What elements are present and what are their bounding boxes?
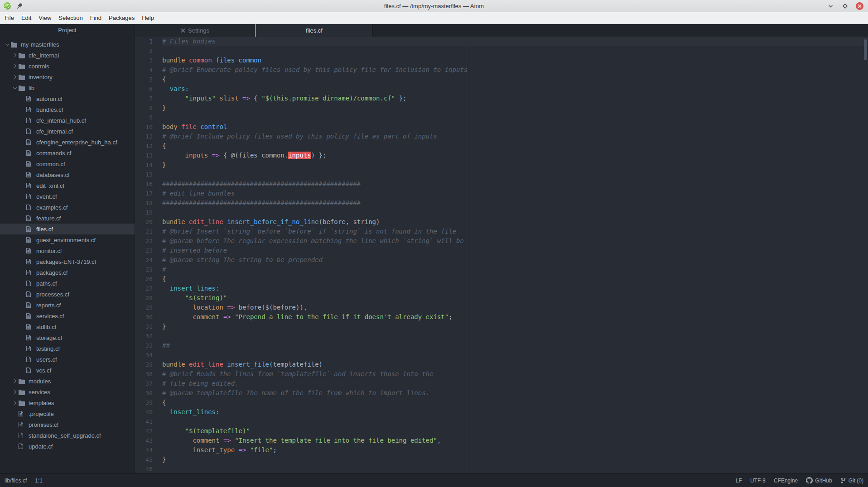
menu-file[interactable]: File <box>1 12 18 24</box>
tree-file-services-cf[interactable]: services.cf <box>0 310 135 321</box>
menu-selection[interactable]: Selection <box>55 12 86 24</box>
tree-file-edit-xml-cf[interactable]: edit_xml.cf <box>0 180 135 191</box>
code-line-23[interactable]: 23# inserted before <box>135 246 868 255</box>
code-line-33[interactable]: 33## <box>135 341 868 350</box>
chevron-right-icon[interactable] <box>11 391 18 393</box>
tab-settings[interactable]: Settings <box>135 24 255 37</box>
code-line-31[interactable]: 31} <box>135 322 868 331</box>
code-line-27[interactable]: 27 insert_lines: <box>135 284 868 293</box>
code-line-14[interactable]: 14} <box>135 160 868 170</box>
maximize-button[interactable] <box>841 2 849 10</box>
code-line-34[interactable]: 34 <box>135 350 868 360</box>
code-line-26[interactable]: 26{ <box>135 274 868 284</box>
code-area[interactable]: 1# Files bodies23bundle common files_com… <box>135 37 868 473</box>
tree-file-databases-cf[interactable]: databases.cf <box>0 169 135 180</box>
status-encoding[interactable]: UTF-8 <box>750 477 766 484</box>
tree-file-paths-cf[interactable]: paths.cf <box>0 278 135 289</box>
code-line-2[interactable]: 2 <box>135 46 868 56</box>
tree-folder-lib[interactable]: lib <box>0 82 135 93</box>
code-line-42[interactable]: 42 "$(templatefile)" <box>135 426 868 436</box>
chevron-right-icon[interactable] <box>11 65 18 67</box>
code-line-11[interactable]: 11# @brief Include policy files used by … <box>135 132 868 141</box>
tree-file-feature-cf[interactable]: feature.cf <box>0 213 135 224</box>
code-line-32[interactable]: 32 <box>135 331 868 341</box>
scrollbar-thumb[interactable] <box>864 39 867 60</box>
code-line-28[interactable]: 28 "$(string)" <box>135 293 868 303</box>
code-line-46[interactable]: 46 <box>135 464 868 473</box>
tree-file-autorun-cf[interactable]: autorun.cf <box>0 93 135 104</box>
tree-file-files-cf[interactable]: files.cf <box>0 224 135 234</box>
chevron-right-icon[interactable] <box>11 380 18 382</box>
tree-file-cfengine-enterprise-hub-ha-cf[interactable]: cfengine_enterprise_hub_ha.cf <box>0 137 135 148</box>
code-line-20[interactable]: 20bundle edit_line insert_before_if_no_l… <box>135 217 868 227</box>
tree-file-cfe-internal-cf[interactable]: cfe_internal.cf <box>0 126 135 137</box>
code-line-10[interactable]: 10body file control <box>135 122 868 132</box>
tree-folder-templates[interactable]: templates <box>0 397 135 408</box>
tree-file-storage-cf[interactable]: storage.cf <box>0 332 135 343</box>
tree-file-commands-cf[interactable]: commands.cf <box>0 148 135 158</box>
code-line-37[interactable]: 37# file being edited. <box>135 379 868 388</box>
minimize-button[interactable] <box>827 2 834 10</box>
code-line-6[interactable]: 6 vars: <box>135 84 868 94</box>
chevron-down-icon[interactable] <box>11 87 18 89</box>
code-line-17[interactable]: 17# edit_line bundles <box>135 189 868 198</box>
tree-file-standalone-self-upgrade-cf[interactable]: standalone_self_upgrade.cf <box>0 430 135 441</box>
tree-file-packages-cf[interactable]: packages.cf <box>0 267 135 278</box>
code-line-7[interactable]: 7 "inputs" slist => { "$(this.promise_di… <box>135 94 868 103</box>
tree-folder-inventory[interactable]: inventory <box>0 72 135 82</box>
tree-file-bundles-cf[interactable]: bundles.cf <box>0 104 135 115</box>
tree-file-cfe-internal-hub-cf[interactable]: cfe_internal_hub.cf <box>0 115 135 126</box>
code-line-18[interactable]: 18######################################… <box>135 198 868 208</box>
tree-folder-controls[interactable]: controls <box>0 61 135 72</box>
menu-help[interactable]: Help <box>138 12 158 24</box>
code-line-44[interactable]: 44 insert_type => "file"; <box>135 445 868 455</box>
status-github[interactable]: GitHub <box>806 477 832 484</box>
tree-file-common-cf[interactable]: common.cf <box>0 158 135 169</box>
tree-file-users-cf[interactable]: users.cf <box>0 354 135 365</box>
tree-file-stdlib-cf[interactable]: stdlib.cf <box>0 321 135 332</box>
tree-folder-my-masterfiles[interactable]: my-masterfiles <box>0 39 135 50</box>
code-line-29[interactable]: 29 location => before($(before)), <box>135 303 868 312</box>
code-line-4[interactable]: 4# @brief Enumerate policy files used by… <box>135 65 868 75</box>
code-line-5[interactable]: 5{ <box>135 75 868 84</box>
tree-file-monitor-cf[interactable]: monitor.cf <box>0 245 135 256</box>
code-line-35[interactable]: 35bundle edit_line insert_file(templatef… <box>135 360 868 369</box>
status-line-ending[interactable]: LF <box>736 477 742 484</box>
chevron-down-icon[interactable] <box>4 44 10 45</box>
code-line-16[interactable]: 16######################################… <box>135 179 868 189</box>
tree-file-vcs-cf[interactable]: vcs.cf <box>0 365 135 376</box>
tree-file-update-cf[interactable]: update.cf <box>0 441 135 452</box>
tree-file-reports-cf[interactable]: reports.cf <box>0 300 135 310</box>
code-line-22[interactable]: 22# @param before The regular expression… <box>135 236 868 246</box>
status-file-path[interactable]: lib/files.cf <box>5 477 27 484</box>
status-grammar[interactable]: CFEngine <box>774 477 798 484</box>
code-line-36[interactable]: 36# @brief Reads the lines from `templat… <box>135 369 868 379</box>
code-line-25[interactable]: 25# <box>135 265 868 274</box>
code-line-45[interactable]: 45} <box>135 455 868 464</box>
tab-files-cf[interactable]: files.cf <box>255 24 373 37</box>
tree-file-packages-ENT-3719-cf[interactable]: packages-ENT-3719.cf <box>0 256 135 267</box>
editor[interactable]: 1# Files bodies23bundle common files_com… <box>135 37 868 473</box>
code-line-19[interactable]: 19 <box>135 208 868 217</box>
tree-file--projectile[interactable]: .projectile <box>0 408 135 419</box>
code-line-21[interactable]: 21# @brief Insert `string` before `befor… <box>135 227 868 236</box>
pin-icon[interactable] <box>15 1 24 10</box>
code-line-30[interactable]: 30 comment => "Prepend a line to the fil… <box>135 312 868 322</box>
code-line-12[interactable]: 12{ <box>135 141 868 151</box>
tree-file-event-cf[interactable]: event.cf <box>0 191 135 202</box>
chevron-right-icon[interactable] <box>11 54 18 57</box>
code-line-15[interactable]: 15 <box>135 170 868 179</box>
code-line-38[interactable]: 38# @param templatefile The name of the … <box>135 388 868 398</box>
menu-edit[interactable]: Edit <box>18 12 35 24</box>
code-line-9[interactable]: 9 <box>135 113 868 122</box>
tree-folder-cfe-internal[interactable]: cfe_internal <box>0 50 135 61</box>
code-line-40[interactable]: 40 insert_lines: <box>135 407 868 417</box>
code-line-39[interactable]: 39{ <box>135 398 868 407</box>
code-line-24[interactable]: 24# @param string The string to be prepe… <box>135 255 868 265</box>
tree-file-promises-cf[interactable]: promises.cf <box>0 419 135 430</box>
code-line-13[interactable]: 13 inputs => { @(files_common.inputs) }; <box>135 151 868 160</box>
chevron-right-icon[interactable] <box>11 76 18 78</box>
menu-find[interactable]: Find <box>87 12 105 24</box>
close-button[interactable] <box>856 2 863 10</box>
code-line-1[interactable]: 1# Files bodies <box>135 37 868 46</box>
